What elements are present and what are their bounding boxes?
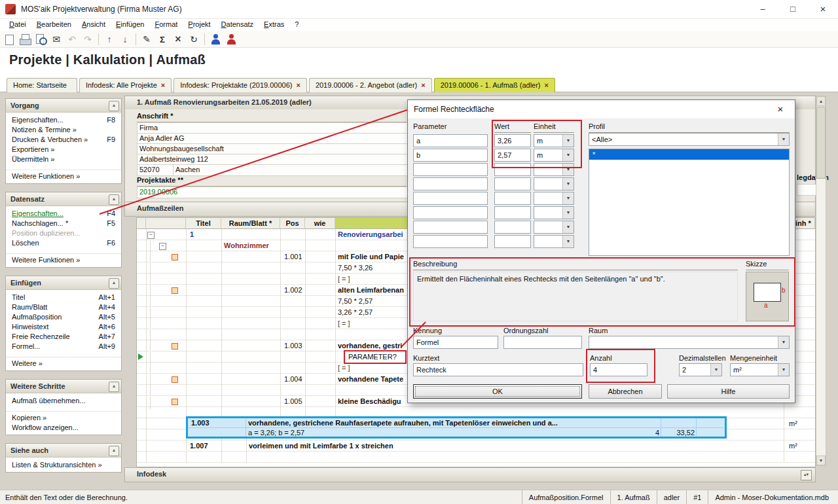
cancel-button[interactable]: Abbrechen: [589, 384, 662, 399]
mengeneinheit-select[interactable]: m²: [730, 363, 790, 376]
parameter-einheit-select[interactable]: [534, 163, 574, 176]
parameter-einheit-select[interactable]: [534, 206, 574, 219]
collapse-icon[interactable]: [109, 194, 119, 205]
menu-item[interactable]: Datensatz: [216, 18, 259, 31]
sidebar-item[interactable]: Notizen & Termine »: [6, 125, 121, 135]
collapse-icon[interactable]: [109, 446, 119, 456]
tab[interactable]: Infodesk: Projektakte (2019.00006)×: [173, 78, 307, 92]
maximize-button[interactable]: □: [778, 0, 808, 18]
menu-item[interactable]: Bearbeiten: [31, 18, 77, 31]
edit-position-icon[interactable]: [139, 32, 155, 46]
parameter-wert-input[interactable]: [494, 221, 531, 234]
column-header-pos[interactable]: Pos: [280, 218, 305, 229]
parameter-einheit-select[interactable]: m: [534, 149, 574, 162]
help-button[interactable]: Hilfe: [667, 384, 790, 399]
sidebar-item[interactable]: TitelAlt+1: [6, 293, 121, 302]
panel-header-einfuegen[interactable]: Einfügen: [6, 276, 121, 290]
parameter-einheit-select[interactable]: m: [534, 134, 574, 147]
sum-table-icon[interactable]: [155, 32, 170, 46]
sidebar-item[interactable]: Kopieren »: [6, 413, 121, 423]
tab[interactable]: 2019.00006 - 2. Angebot (adler)×: [309, 78, 432, 92]
collapse-icon[interactable]: [109, 101, 119, 111]
plz-field[interactable]: 52070: [137, 164, 177, 176]
chevron-down-icon[interactable]: [778, 336, 789, 348]
user-blue-icon[interactable]: [208, 32, 223, 46]
sidebar-item[interactable]: [6, 248, 121, 254]
tab[interactable]: Infodesk: Alle Projekte×: [79, 78, 172, 92]
parameter-einheit-select[interactable]: [534, 192, 574, 205]
panel-header-datensatz[interactable]: Datensatz: [6, 192, 121, 206]
column-header-raum[interactable]: Raum/Blatt *: [221, 218, 280, 229]
sidebar-item[interactable]: Listen & Strukturansichten »: [6, 460, 121, 470]
parameter-name-input[interactable]: [413, 221, 488, 234]
chevron-down-icon[interactable]: [778, 134, 789, 145]
parameter-name-input[interactable]: a: [413, 134, 488, 147]
chevron-down-icon[interactable]: [562, 149, 574, 161]
delete-icon[interactable]: [170, 32, 186, 46]
sidebar-item[interactable]: Übermitteln »: [6, 154, 121, 164]
close-button[interactable]: ×: [808, 0, 838, 18]
parameter-wert-input[interactable]: [494, 163, 531, 176]
kennung-input[interactable]: Formel: [413, 336, 498, 349]
sidebar-item[interactable]: Formel...Alt+9: [6, 342, 121, 351]
parameter-wert-input[interactable]: 3,26: [494, 134, 531, 147]
sidebar-item[interactable]: Drucken & Verbuchen »F9: [6, 135, 121, 145]
parameter-wert-input[interactable]: [494, 192, 531, 205]
move-down-icon[interactable]: [117, 32, 133, 46]
column-header-titel[interactable]: Titel: [186, 218, 221, 229]
panel-header-siehe-auch[interactable]: Siehe auch: [6, 444, 121, 458]
sidebar-item[interactable]: Position duplizieren...: [6, 228, 121, 238]
listbox-item[interactable]: *: [589, 149, 789, 160]
parameter-wert-input[interactable]: [494, 206, 531, 219]
chevron-down-icon[interactable]: [562, 192, 574, 204]
tab-close-icon[interactable]: ×: [545, 81, 549, 89]
chevron-down-icon[interactable]: [778, 364, 789, 376]
profil-select[interactable]: <Alle>: [589, 133, 790, 146]
parameter-name-input[interactable]: [413, 192, 488, 205]
ok-button[interactable]: OK: [413, 384, 582, 399]
parameter-name-input[interactable]: [413, 177, 488, 190]
ort-field[interactable]: Aachen: [173, 164, 412, 176]
table-row[interactable]: 1.007 vorleimen und mit Leimfarbe 1 x st…: [137, 441, 815, 452]
anzahl-input[interactable]: 4: [590, 363, 647, 376]
panel-header-weitere-schritte[interactable]: Weitere Schritte: [6, 380, 121, 393]
sidebar-item[interactable]: Workflow anzeigen...: [6, 423, 121, 433]
sidebar-item[interactable]: Eigenschaften...F8: [6, 115, 121, 125]
sidebar-item[interactable]: Exportieren »: [6, 145, 121, 154]
dezimalstellen-select[interactable]: 2: [679, 363, 722, 376]
chevron-down-icon[interactable]: [562, 135, 574, 147]
sidebar-item[interactable]: [6, 406, 121, 412]
chevron-down-icon[interactable]: [710, 364, 721, 376]
sidebar-item[interactable]: Weitere Funktionen »: [6, 171, 121, 181]
scroll-down-arrow[interactable]: ▼: [816, 456, 826, 465]
sidebar-item[interactable]: Aufmaß übernehmen...: [6, 396, 121, 406]
menu-item[interactable]: Ansicht: [77, 18, 111, 31]
chevron-down-icon[interactable]: [562, 164, 574, 175]
column-header-wie[interactable]: wie: [305, 218, 335, 229]
scrollbar-thumb[interactable]: [816, 107, 826, 179]
sidebar-item[interactable]: Raum/BlattAlt+4: [6, 302, 121, 312]
sidebar-item[interactable]: LöschenF6: [6, 238, 121, 248]
sidebar-item[interactable]: AufmaßpositionAlt+5: [6, 312, 121, 322]
parameter-name-input[interactable]: [413, 163, 488, 176]
expand-collapse-icon[interactable]: [801, 470, 812, 480]
user-red-icon[interactable]: [223, 32, 239, 46]
print-icon[interactable]: [17, 32, 33, 46]
sidebar-item[interactable]: HinweistextAlt+6: [6, 322, 121, 332]
raum-select[interactable]: [589, 336, 790, 349]
menu-item[interactable]: Format: [149, 18, 183, 31]
menu-item[interactable]: Einfügen: [111, 18, 149, 31]
tab-close-icon[interactable]: ×: [161, 81, 165, 89]
menu-item[interactable]: Datei: [4, 18, 31, 31]
table-row[interactable]: [137, 452, 815, 463]
sidebar-item[interactable]: [6, 164, 121, 170]
panel-header-vorgang[interactable]: Vorgang: [6, 99, 121, 113]
refresh-icon[interactable]: [186, 32, 202, 46]
print-preview-icon[interactable]: [33, 32, 48, 46]
menu-item[interactable]: ?: [289, 18, 304, 31]
move-up-icon[interactable]: [101, 32, 117, 46]
parameter-name-input[interactable]: b: [413, 149, 488, 162]
sidebar-item[interactable]: Nachschlagen... *F5: [6, 219, 121, 228]
ordnungszahl-input[interactable]: [503, 336, 582, 349]
collapse-icon[interactable]: [109, 278, 119, 289]
